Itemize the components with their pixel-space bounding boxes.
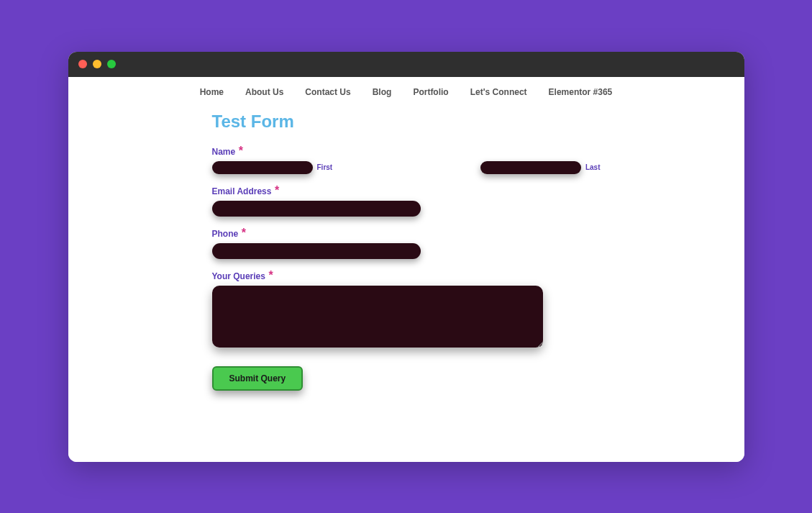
first-name-sublabel: First	[317, 163, 333, 171]
maximize-icon[interactable]	[107, 60, 116, 68]
label-phone: Phone	[212, 229, 239, 239]
page-content: Home About Us Contact Us Blog Portfolio …	[68, 77, 744, 462]
label-queries: Your Queries	[212, 271, 265, 281]
close-icon[interactable]	[78, 60, 87, 68]
last-name-sublabel: Last	[585, 163, 601, 171]
required-marker: *	[275, 184, 279, 196]
first-name-input[interactable]	[212, 161, 313, 174]
form-container: Test Form Name * First Last Email Addres…	[68, 112, 744, 391]
label-email: Email Address	[212, 186, 272, 196]
required-marker: *	[239, 145, 243, 157]
minimize-icon[interactable]	[93, 60, 101, 68]
field-phone: Phone *	[212, 227, 601, 259]
label-name: Name	[212, 147, 236, 157]
nav-about-us[interactable]: About Us	[245, 87, 283, 97]
first-name-col: First	[212, 161, 333, 174]
name-row: First Last	[212, 161, 601, 174]
field-email: Email Address *	[212, 184, 601, 217]
submit-wrap: Submit Query	[212, 366, 601, 391]
queries-textarea[interactable]	[212, 286, 543, 348]
submit-button[interactable]: Submit Query	[212, 366, 304, 391]
field-queries: Your Queries *	[212, 269, 601, 350]
nav-lets-connect[interactable]: Let's Connect	[470, 87, 527, 97]
field-name: Name * First Last	[212, 145, 601, 174]
required-marker: *	[242, 227, 246, 239]
nav-home[interactable]: Home	[200, 87, 224, 97]
required-marker: *	[268, 269, 273, 281]
last-name-input[interactable]	[480, 161, 581, 174]
main-nav: Home About Us Contact Us Blog Portfolio …	[68, 77, 744, 106]
browser-window: Home About Us Contact Us Blog Portfolio …	[68, 52, 744, 462]
nav-contact-us[interactable]: Contact Us	[305, 87, 350, 97]
nav-elementor-365[interactable]: Elementor #365	[549, 87, 613, 97]
phone-input[interactable]	[212, 243, 421, 259]
nav-portfolio[interactable]: Portfolio	[413, 87, 448, 97]
window-titlebar	[68, 52, 744, 77]
nav-blog[interactable]: Blog	[373, 87, 392, 97]
last-name-col: Last	[480, 161, 601, 174]
form-title: Test Form	[212, 112, 601, 132]
email-input[interactable]	[212, 201, 421, 217]
